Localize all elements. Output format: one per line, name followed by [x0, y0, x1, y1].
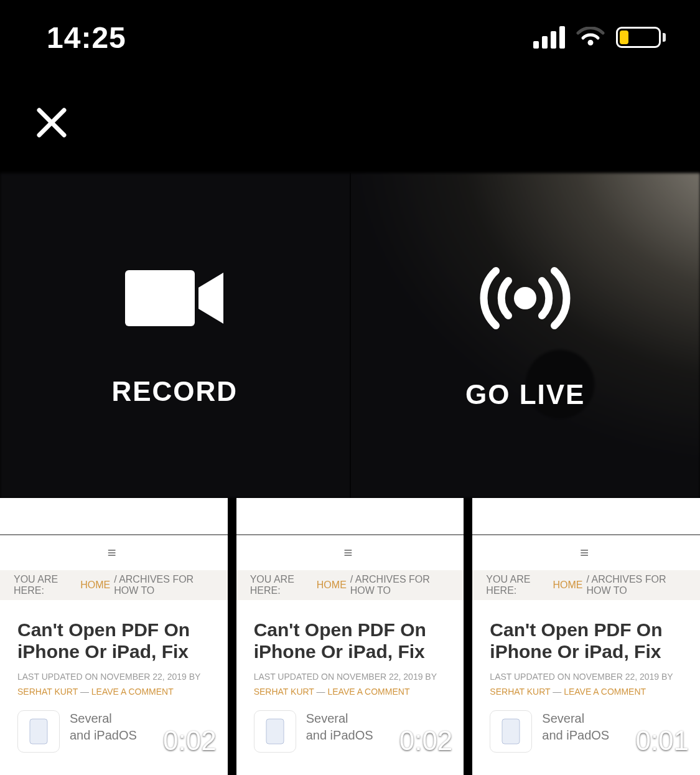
battery-icon — [616, 27, 666, 48]
go-live-label: GO LIVE — [465, 379, 585, 410]
article-title: Can't Open PDF On iPhone Or iPad, Fix — [17, 619, 210, 663]
record-button[interactable]: RECORD — [0, 173, 350, 498]
svg-rect-5 — [266, 719, 284, 744]
svg-rect-4 — [30, 719, 47, 744]
video-thumbnail[interactable]: ≡ YOU ARE HERE: HOME / ARCHIVES FOR HOW … — [0, 498, 228, 775]
article-title: Can't Open PDF On iPhone Or iPad, Fix — [490, 619, 683, 663]
record-label: RECORD — [111, 376, 238, 407]
status-time: 14:25 — [47, 21, 126, 55]
hamburger-icon: ≡ — [0, 544, 228, 561]
breadcrumb: YOU ARE HERE: HOME / ARCHIVES FOR HOW TO — [236, 570, 464, 600]
hamburger-icon: ≡ — [236, 544, 464, 561]
wifi-icon — [576, 27, 605, 48]
duration-badge: 0:02 — [399, 725, 453, 756]
breadcrumb: YOU ARE HERE: HOME / ARCHIVES FOR HOW TO — [472, 570, 700, 600]
article-author: SERHAT KURT — LEAVE A COMMENT — [17, 687, 210, 697]
close-button[interactable] — [30, 102, 73, 146]
cellular-signal-icon — [533, 26, 565, 49]
broadcast-icon — [472, 261, 578, 338]
capture-options: RECORD GO LIVE — [0, 173, 700, 498]
article-preview: Severaland iPadOS — [306, 710, 373, 753]
article-meta: LAST UPDATED ON NOVEMBER 22, 2019 BY — [254, 672, 447, 682]
article-author: SERHAT KURT — LEAVE A COMMENT — [254, 687, 447, 697]
duration-badge: 0:01 — [635, 725, 689, 756]
duration-badge: 0:02 — [163, 725, 217, 756]
close-icon — [35, 106, 68, 141]
svg-rect-2 — [125, 270, 195, 326]
pdf-icon — [490, 710, 532, 753]
status-icons — [533, 26, 666, 49]
svg-point-3 — [514, 287, 536, 309]
article-meta: LAST UPDATED ON NOVEMBER 22, 2019 BY — [17, 672, 210, 682]
video-gallery: ≡ YOU ARE HERE: HOME / ARCHIVES FOR HOW … — [0, 498, 700, 775]
article-title: Can't Open PDF On iPhone Or iPad, Fix — [254, 619, 447, 663]
video-thumbnail[interactable]: ≡ YOU ARE HERE: HOME / ARCHIVES FOR HOW … — [236, 498, 464, 775]
video-camera-icon — [125, 264, 225, 335]
article-preview: Severaland iPadOS — [70, 710, 137, 753]
article-preview: Severaland iPadOS — [542, 710, 609, 753]
hamburger-icon: ≡ — [472, 544, 700, 561]
svg-rect-6 — [502, 719, 520, 744]
status-bar: 14:25 — [0, 0, 700, 75]
breadcrumb: YOU ARE HERE: HOME / ARCHIVES FOR HOW TO — [0, 570, 228, 600]
modal-header — [0, 75, 700, 173]
go-live-button[interactable]: GO LIVE — [350, 173, 701, 498]
article-meta: LAST UPDATED ON NOVEMBER 22, 2019 BY — [490, 672, 683, 682]
pdf-icon — [17, 710, 60, 753]
pdf-icon — [254, 710, 296, 753]
video-thumbnail[interactable]: ≡ YOU ARE HERE: HOME / ARCHIVES FOR HOW … — [472, 498, 700, 775]
article-author: SERHAT KURT — LEAVE A COMMENT — [490, 687, 683, 697]
